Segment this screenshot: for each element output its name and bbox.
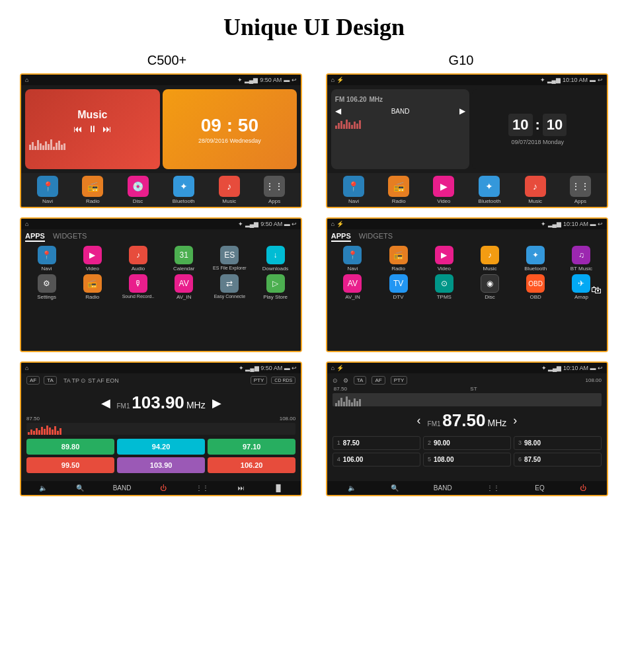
app-navi[interactable]: 📍 Navi [25, 246, 68, 272]
app-downloads[interactable]: ↓ Downloads [254, 246, 297, 272]
g10-status-bar: ⌂ ⚡ ✦ ▂▄▆ 10:10 AM ▬ ↩ [327, 75, 607, 85]
tab-widgets[interactable]: WIDGETS [53, 232, 87, 242]
app-music[interactable]: ♪ Music [468, 246, 511, 272]
row-home: ⌂ ✦ ▂▄▆ 9:50 AM ▬ ↩ Music ⏮ [20, 73, 608, 208]
freq-display: ◀ FM1 103.90 MHz ▶ [21, 392, 301, 413]
app-bt-music[interactable]: ♫ BT Music [560, 246, 603, 272]
tab-widgets[interactable]: WIDGETS [359, 232, 393, 242]
app-bluetooth[interactable]: ✦ Bluetooth [173, 176, 195, 204]
g10-apps-grid: 📍 Navi 📻 Radio ▶ Video ♪ [331, 246, 603, 300]
app-tpms[interactable]: ⊙ TPMS [422, 274, 465, 300]
pty-btn[interactable]: PTY [251, 376, 268, 385]
app-sound-record[interactable]: 🎙 Sound Record.. [116, 274, 159, 300]
app-music[interactable]: ♪ Music [219, 176, 240, 204]
power-icon[interactable]: ⏻ [160, 484, 167, 492]
ta-btn[interactable]: TA [354, 376, 367, 385]
app-apps[interactable]: ⋮⋮ Apps [264, 176, 285, 204]
app-audio[interactable]: ♪ Audio [116, 246, 159, 272]
app-music[interactable]: ♪ Music [525, 176, 546, 204]
app-bluetooth[interactable]: ✦ Bluetooth [479, 176, 501, 204]
app-av-in[interactable]: AV AV_IN [331, 274, 374, 300]
shop-icon[interactable]: 🛍 [591, 284, 602, 296]
apps-tabs: APPS WIDGETS [25, 232, 297, 242]
app-calendar[interactable]: 31 Calendar [163, 246, 206, 272]
app-navi[interactable]: 📍 Navi [37, 176, 58, 204]
preset-5[interactable]: 5 108.00 [423, 453, 511, 467]
af-btn[interactable]: AF [26, 376, 40, 385]
preset-4[interactable]: 99.50 [26, 457, 114, 473]
apps-icon[interactable]: ⋮⋮ [196, 484, 209, 492]
app-disc[interactable]: ◉ Disc [468, 274, 511, 300]
app-play-store[interactable]: ▷ Play Store [254, 274, 297, 300]
app-settings[interactable]: ⚙ Settings [25, 274, 68, 300]
preset-6[interactable]: 106.20 [208, 457, 295, 473]
next-icon[interactable]: ▶ [459, 106, 465, 116]
preset-2[interactable]: 94.20 [117, 439, 205, 455]
preset-2[interactable]: 2 90.00 [423, 436, 511, 450]
tab-apps[interactable]: APPS [331, 232, 351, 242]
prev-icon[interactable]: ◀ [335, 106, 341, 116]
app-easy-connect[interactable]: ⇄ Easy Connecte [208, 274, 251, 300]
eq-btn[interactable]: EQ [535, 484, 544, 492]
g10-home-screen: ⌂ ⚡ ✦ ▂▄▆ 10:10 AM ▬ ↩ FM 106.20 [327, 75, 607, 207]
power-icon[interactable]: ⏻ [580, 484, 586, 492]
c500-radio-content: AF TA TA TP ⊙ ST AF EON PTY CD RDS ◀ FM1… [21, 373, 301, 481]
band-btn[interactable]: BAND [434, 484, 452, 492]
app-navi[interactable]: 📍 Navi [343, 176, 364, 204]
eq-icon[interactable]: ▐▌ [274, 484, 283, 492]
app-video[interactable]: ▶ Video [71, 246, 114, 272]
app-video[interactable]: ▶ Video [422, 246, 465, 272]
app-video[interactable]: ▶ Video [433, 176, 454, 204]
app-av-in[interactable]: AV AV_IN [163, 274, 206, 300]
c500-music-widget: Music ⏮ ⏸ ⏭ [25, 89, 160, 169]
preset-1[interactable]: 89.80 [26, 439, 114, 455]
radio-top-bar: AF TA TA TP ⊙ ST AF EON PTY CD RDS [21, 373, 301, 387]
prev-icon[interactable]: ⏮ [73, 124, 83, 134]
preset-5[interactable]: 103.90 [117, 457, 205, 473]
preset-4[interactable]: 4 106.00 [333, 453, 420, 467]
play-icon[interactable]: ⏸ [88, 124, 97, 134]
app-radio[interactable]: 📻 Radio [388, 176, 409, 204]
app-radio[interactable]: 📻 Radio [82, 176, 103, 204]
apps-icon[interactable]: ⋮⋮ [487, 484, 500, 492]
preset-3[interactable]: 97.10 [208, 439, 295, 455]
c500-apps-wrapper: ⌂ ✦ ▂▄▆ 9:50 AM ▬ ↩ APPS WIDGETS 📍 Na [20, 217, 302, 352]
next-icon[interactable]: ⏭ [102, 124, 112, 134]
g10-radio-widget: FM 106.20 MHz ◀ BAND ▶ [331, 89, 470, 169]
g10-preset-grid: 1 87.50 2 90.00 3 98.00 4 [333, 436, 602, 467]
freq-left[interactable]: ‹ [417, 414, 421, 428]
app-navi[interactable]: 📍 Navi [331, 246, 374, 272]
g10-apps-screen: ⌂ ⚡ ✦ ▂▄▆ 10:10 AM ▬ ↩ APPS WIDGETS 🛍 � [327, 219, 607, 351]
vol-icon[interactable]: 🔈 [348, 484, 356, 492]
freq-right[interactable]: › [513, 414, 517, 428]
row-apps: ⌂ ✦ ▂▄▆ 9:50 AM ▬ ↩ APPS WIDGETS 📍 Na [20, 217, 608, 352]
pty-btn[interactable]: PTY [391, 376, 408, 385]
app-bluetooth[interactable]: ✦ Bluetooth [514, 246, 557, 272]
app-radio[interactable]: 📻 Radio [71, 274, 114, 300]
tab-apps[interactable]: APPS [25, 232, 45, 242]
skip-icon[interactable]: ⏭ [238, 484, 245, 492]
ta-btn[interactable]: TA [44, 376, 57, 385]
g10-radio-screen: ⌂ ⚡ ✦ ▂▄▆ 10:10 AM ▬ ↩ ⊙ ⚙ TA AF PTY 108… [327, 363, 607, 495]
search-icon[interactable]: 🔍 [76, 484, 84, 492]
vol-icon[interactable]: 🔈 [39, 484, 47, 492]
radio-controls: ◀ BAND ▶ [335, 106, 466, 116]
search-icon[interactable]: 🔍 [391, 484, 399, 492]
preset-1[interactable]: 1 87.50 [333, 436, 420, 450]
app-apps[interactable]: ⋮⋮ Apps [570, 176, 591, 204]
preset-3[interactable]: 3 98.00 [514, 436, 602, 450]
af-btn[interactable]: AF [372, 376, 385, 385]
band-btn[interactable]: BAND [113, 484, 132, 492]
g10-home-wrapper: ⌂ ⚡ ✦ ▂▄▆ 10:10 AM ▬ ↩ FM 106.20 [326, 73, 608, 208]
freq-left[interactable]: ◀ [101, 396, 110, 410]
app-es-file[interactable]: ES ES File Explorer [208, 246, 251, 272]
freq-right[interactable]: ▶ [212, 396, 221, 410]
app-disc[interactable]: 💿 Disc [128, 176, 149, 204]
c500-apps-content: APPS WIDGETS 📍 Navi ▶ Video ♪ [21, 229, 301, 351]
app-radio[interactable]: 📻 Radio [377, 246, 420, 272]
rds-btn[interactable]: CD RDS [271, 377, 295, 384]
preset-grid: 89.80 94.20 97.10 99.50 103.90 106.20 [21, 439, 301, 473]
preset-6[interactable]: 6 87.50 [514, 453, 602, 467]
app-obd[interactable]: OBD OBD [514, 274, 557, 300]
app-dtv[interactable]: TV DTV [377, 274, 420, 300]
